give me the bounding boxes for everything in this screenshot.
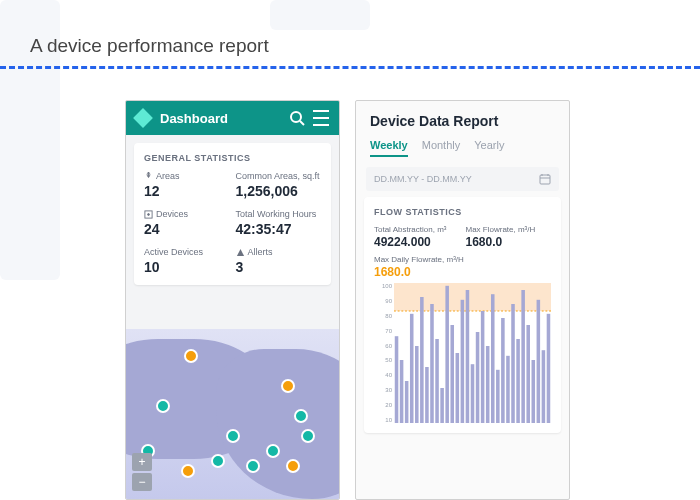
- divider: [0, 66, 700, 69]
- svg-rect-26: [476, 332, 480, 423]
- general-stats-card: GENERAL STATISTICS Areas 12 Common Areas…: [134, 143, 331, 285]
- svg-rect-15: [420, 297, 424, 423]
- svg-rect-40: [547, 314, 551, 423]
- svg-point-0: [291, 112, 301, 122]
- stats-header: GENERAL STATISTICS: [144, 153, 321, 163]
- svg-rect-13: [410, 314, 414, 423]
- svg-rect-38: [537, 300, 541, 423]
- svg-rect-34: [516, 339, 520, 423]
- flow-header: FLOW STATISTICS: [374, 207, 551, 217]
- stat-daily-flowrate: Max Daily Flowrate, m³/H 1680.0: [374, 255, 551, 279]
- svg-rect-25: [471, 364, 475, 423]
- svg-rect-16: [425, 367, 429, 423]
- report-title: Device Data Report: [370, 113, 555, 129]
- svg-rect-39: [542, 350, 546, 423]
- svg-rect-28: [486, 346, 490, 423]
- header-title: Dashboard: [160, 111, 281, 126]
- svg-rect-29: [491, 294, 495, 423]
- svg-rect-37: [532, 360, 536, 423]
- svg-rect-8: [394, 283, 551, 311]
- page-title: A device performance report: [30, 35, 269, 57]
- flowrate-chart: 100908070605040302010: [374, 283, 551, 423]
- svg-line-1: [300, 121, 304, 125]
- stat-alerts: Allerts 3: [236, 247, 322, 275]
- svg-rect-27: [481, 311, 485, 423]
- report-screen: Device Data Report Weekly Monthly Yearly…: [355, 100, 570, 500]
- tab-monthly[interactable]: Monthly: [422, 139, 461, 157]
- zoom-in-button[interactable]: +: [132, 453, 152, 471]
- svg-rect-33: [511, 304, 515, 423]
- svg-rect-11: [400, 360, 404, 423]
- tab-weekly[interactable]: Weekly: [370, 139, 408, 157]
- app-header: Dashboard: [126, 101, 339, 135]
- svg-rect-35: [521, 290, 525, 423]
- stat-active-devices: Active Devices 10: [144, 247, 230, 275]
- map[interactable]: + −: [126, 329, 339, 499]
- svg-rect-21: [450, 325, 454, 423]
- zoom-out-button[interactable]: −: [132, 473, 152, 491]
- flow-stats-card: FLOW STATISTICS Total Abstraction, m³ 49…: [364, 197, 561, 433]
- dashboard-screen: Dashboard GENERAL STATISTICS Areas 12 Co…: [125, 100, 340, 500]
- search-icon[interactable]: [289, 110, 305, 126]
- svg-rect-4: [540, 175, 550, 184]
- svg-rect-23: [461, 300, 465, 423]
- stat-areas: Areas 12: [144, 171, 230, 199]
- svg-rect-32: [506, 356, 510, 423]
- stat-hours: Total Working Hours 42:35:47: [236, 209, 322, 237]
- svg-rect-30: [496, 370, 500, 423]
- svg-rect-18: [435, 339, 439, 423]
- svg-rect-31: [501, 318, 505, 423]
- stat-max-flowrate: Max Flowrate, m³/H 1680.0: [466, 225, 552, 249]
- menu-icon[interactable]: [313, 110, 329, 126]
- period-tabs: Weekly Monthly Yearly: [370, 139, 555, 157]
- date-range-input[interactable]: DD.MM.YY - DD.MM.YY: [366, 167, 559, 191]
- svg-rect-12: [405, 381, 409, 423]
- calendar-icon: [539, 173, 551, 185]
- svg-rect-14: [415, 346, 419, 423]
- svg-rect-20: [445, 286, 449, 423]
- logo-icon: [133, 108, 153, 128]
- svg-rect-19: [440, 388, 444, 423]
- svg-rect-17: [430, 304, 434, 423]
- svg-point-3: [148, 213, 150, 215]
- svg-rect-22: [456, 353, 460, 423]
- stat-total-abstraction: Total Abstraction, m³ 49224.000: [374, 225, 460, 249]
- stat-devices: Devices 24: [144, 209, 230, 237]
- svg-rect-24: [466, 290, 470, 423]
- svg-rect-10: [395, 336, 399, 423]
- stat-common-areas: Common Areas, sq.ft 1,256,006: [236, 171, 322, 199]
- svg-rect-36: [526, 325, 530, 423]
- tab-yearly[interactable]: Yearly: [474, 139, 504, 157]
